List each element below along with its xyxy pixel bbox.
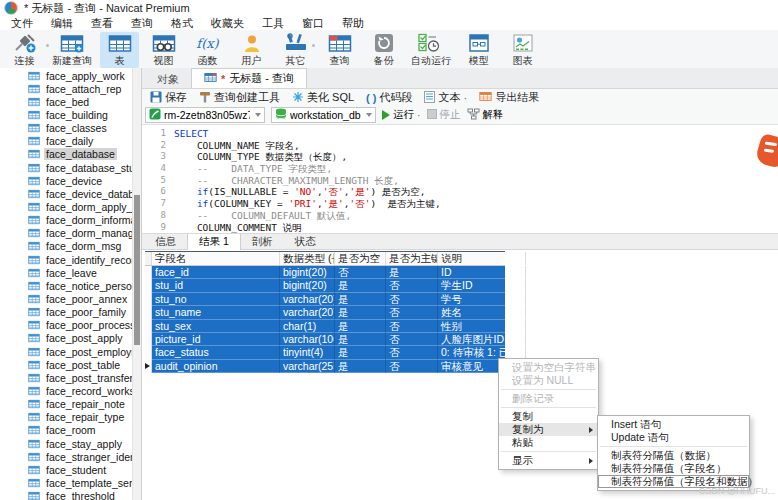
cell[interactable]: 否: [386, 320, 438, 333]
result-tab-结果 1[interactable]: 结果 1: [187, 234, 241, 250]
table-row[interactable]: stu_novarchar(20)是否学号: [145, 293, 505, 306]
menu-文件[interactable]: 文件: [2, 16, 42, 31]
cell[interactable]: stu_name: [152, 306, 280, 319]
row-selector[interactable]: [145, 333, 152, 346]
sidebar-table-face_student[interactable]: face_student: [0, 463, 141, 476]
sql-editor[interactable]: 1SELECT2 COLUMN_NAME 字段名,3 COLUMN_TYPE 数…: [142, 125, 778, 233]
menu-格式[interactable]: 格式: [162, 16, 202, 31]
menu-查看[interactable]: 查看: [82, 16, 122, 31]
row-selector[interactable]: [145, 306, 152, 319]
sidebar-table-face_database[interactable]: face_database: [0, 148, 141, 161]
sidebar-table-face_room[interactable]: face_room: [0, 424, 141, 437]
menu-item-制表符分隔值（数据）[interactable]: 制表符分隔值（数据）: [598, 449, 749, 462]
sidebar-table-face_repair_type[interactable]: face_repair_type: [0, 411, 141, 424]
table-row[interactable]: picture_idvarchar(100)是否人脸库图片ID: [145, 333, 505, 346]
cell[interactable]: 是: [335, 279, 386, 292]
toolbar-function-button[interactable]: f(x)函数: [188, 32, 227, 68]
cell[interactable]: stu_no: [152, 293, 280, 306]
result-tab-剖析[interactable]: 剖析: [241, 234, 284, 249]
sidebar-table-face_dorm_msg[interactable]: face_dorm_msg: [0, 240, 141, 253]
toolbar-connection-button[interactable]: 连接: [5, 32, 44, 68]
sidebar-table-face_record_workstudy[interactable]: face_record_workstudy: [0, 384, 141, 397]
column-header[interactable]: 说明: [438, 252, 526, 265]
cell[interactable]: bigint(20): [280, 266, 335, 279]
toolbar-charts-button[interactable]: 图表: [503, 32, 542, 68]
column-header[interactable]: 是否为主键: [386, 252, 438, 265]
cell[interactable]: 否: [386, 333, 438, 346]
toolbar-backup-button[interactable]: 备份: [364, 32, 403, 68]
row-selector[interactable]: [145, 360, 152, 373]
menu-item-复制[interactable]: 复制: [499, 410, 598, 423]
query-builder-button[interactable]: 查询创建工具: [194, 90, 285, 105]
grid-corner[interactable]: [145, 252, 152, 265]
menu-item-复制为[interactable]: 复制为: [499, 423, 598, 436]
run-button[interactable]: 运行 ·: [382, 108, 421, 122]
sidebar-table-face_stay_apply[interactable]: face_stay_apply: [0, 437, 141, 450]
cell[interactable]: tinyint(4): [280, 346, 335, 359]
tab-query[interactable]: * 无标题 - 查询: [191, 68, 307, 88]
sidebar-table-face_threshold[interactable]: face_threshold: [0, 490, 141, 500]
toolbar-new-query-button[interactable]: 新建查询: [49, 32, 95, 68]
sidebar-table-face_poor_family[interactable]: face_poor_family: [0, 306, 141, 319]
sidebar-table-face_identify_record[interactable]: face_identify_record: [0, 253, 141, 266]
sidebar-table-face_daily[interactable]: face_daily: [0, 135, 141, 148]
explain-button[interactable]: 解释: [467, 108, 504, 122]
table-row[interactable]: stu_sexchar(1)是否性别: [145, 320, 505, 333]
menu-工具[interactable]: 工具: [253, 16, 293, 31]
menu-编辑[interactable]: 编辑: [42, 16, 82, 31]
sidebar-table-face_stranger_identify_[interactable]: face_stranger_identify_: [0, 450, 141, 463]
toolbar-user-button[interactable]: 用户: [232, 32, 271, 68]
cell[interactable]: bigint(20): [280, 279, 335, 292]
table-row[interactable]: audit_opinionvarchar(255)是否审核意见: [145, 360, 505, 373]
toolbar-model-button[interactable]: 模型: [459, 32, 498, 68]
sidebar-table-face_classes[interactable]: face_classes: [0, 122, 141, 135]
cell[interactable]: face_id: [152, 266, 280, 279]
sidebar-table-face_building[interactable]: face_building: [0, 108, 141, 121]
menu-帮助[interactable]: 帮助: [333, 16, 373, 31]
table-row[interactable]: face_idbigint(20)否是ID: [145, 266, 505, 279]
sidebar-scrollbar-thumb[interactable]: [134, 195, 140, 345]
cell[interactable]: varchar(255): [280, 360, 335, 373]
save-button[interactable]: 保存: [145, 90, 192, 105]
cell[interactable]: 人脸库图片ID: [438, 333, 526, 346]
sidebar-table-face_bed[interactable]: face_bed: [0, 95, 141, 108]
toolbar-table-button[interactable]: 表: [100, 32, 139, 68]
cell[interactable]: audit_opinion: [152, 360, 280, 373]
table-row[interactable]: face_statustinyint(4)是否0: 待审核 1: 已通过: [145, 346, 505, 359]
sidebar-table-face_dorm_apply_file[interactable]: face_dorm_apply_file: [0, 200, 141, 213]
sidebar-table-face_post_transfer[interactable]: face_post_transfer: [0, 371, 141, 384]
sidebar-table-face_post_employment[interactable]: face_post_employment: [0, 345, 141, 358]
cell[interactable]: ID: [438, 266, 526, 279]
cell[interactable]: 是: [335, 320, 386, 333]
sidebar-table-face_poor_annex[interactable]: face_poor_annex: [0, 292, 141, 305]
cell[interactable]: face_status: [152, 346, 280, 359]
cell[interactable]: 学生ID: [438, 279, 526, 292]
sidebar-table-face_repair_note[interactable]: face_repair_note: [0, 398, 141, 411]
row-selector[interactable]: [145, 293, 152, 306]
sidebar-table-face_attach_rep[interactable]: face_attach_rep: [0, 82, 141, 95]
cell[interactable]: stu_sex: [152, 320, 280, 333]
menu-窗口[interactable]: 窗口: [293, 16, 333, 31]
sidebar-table-face_apply_work[interactable]: face_apply_work: [0, 69, 141, 82]
cell[interactable]: 否: [386, 306, 438, 319]
toolbar-view-button[interactable]: 视图: [144, 32, 183, 68]
cell[interactable]: 否: [386, 346, 438, 359]
column-header[interactable]: 是否为空: [335, 252, 386, 265]
toolbar-others-button[interactable]: 其它: [276, 32, 315, 68]
row-selector[interactable]: [145, 279, 152, 292]
cell[interactable]: varchar(20): [280, 306, 335, 319]
cell[interactable]: stu_id: [152, 279, 280, 292]
sidebar-table-face_database_stu[interactable]: face_database_stu: [0, 161, 141, 174]
beautify-sql-button[interactable]: 美化 SQL: [287, 90, 359, 105]
row-selector[interactable]: [145, 266, 152, 279]
table-row[interactable]: stu_idbigint(20)是否学生ID: [145, 279, 505, 292]
menu-收藏夹[interactable]: 收藏夹: [202, 16, 253, 31]
sidebar-table-face_poor_process[interactable]: face_poor_process: [0, 319, 141, 332]
cell[interactable]: 是: [386, 266, 438, 279]
cell[interactable]: 是: [335, 306, 386, 319]
menu-item-Update 语句[interactable]: Update 语句: [598, 431, 749, 444]
code-snippet-button[interactable]: ( ) 代码段: [361, 90, 417, 105]
tab-objects[interactable]: 对象: [145, 70, 191, 88]
cell[interactable]: 是: [335, 333, 386, 346]
cell[interactable]: 否: [386, 360, 438, 373]
